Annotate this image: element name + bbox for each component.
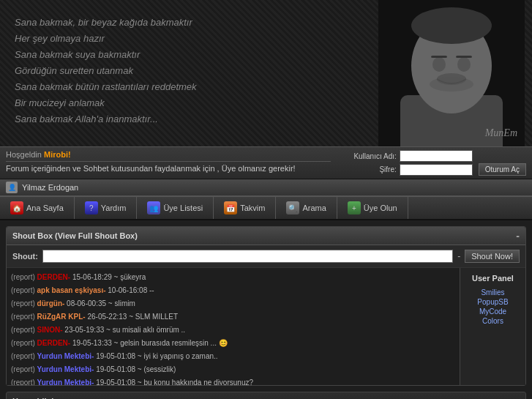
shout-messages-list[interactable]: (report) DERDEN- 15-06-18:29 ~ şükeyra(r… <box>7 268 460 385</box>
password-row: Şifre: Oturum Aç <box>345 163 526 176</box>
username-display: Yilmaz Erdogan <box>22 183 78 192</box>
username-row: Kullanıcı Adı: <box>345 150 526 162</box>
nav-icon: 👥 <box>147 201 160 215</box>
welcome-divider <box>6 161 331 162</box>
shout-username[interactable]: Yurdun Mektebi- <box>37 365 97 373</box>
shout-username[interactable]: DERDEN- <box>37 273 72 281</box>
poem-line: Sana bakmak, bir beyaz kağıda bakmaktır <box>15 15 197 31</box>
nav-label: Üye Olun <box>364 204 397 212</box>
svg-point-10 <box>430 77 473 92</box>
shout-message: (report) RüZgAR KPL- 26-05-22:13 ~ SLM M… <box>11 310 455 324</box>
shout-message: (report) SINON- 23-05-19:33 ~ su misali … <box>11 324 455 337</box>
nav-label: Arama <box>302 204 326 212</box>
password-input[interactable] <box>400 164 473 176</box>
user-row: 👤 Yilmaz Erdogan <box>0 179 532 197</box>
shout-now-button[interactable]: Shout Now! <box>465 250 520 263</box>
main-content: Shout Box (View Full Shout Box) - Shout:… <box>0 220 532 399</box>
login-button[interactable]: Oturum Aç <box>479 163 526 176</box>
user-panel: User Panel SmiliesPopupSBMyCodeColors <box>460 268 525 385</box>
poem-line: Sana bakmak bütün rastlantıları reddetme… <box>15 79 197 95</box>
nav-icon: 🏠 <box>10 201 23 215</box>
username-input[interactable] <box>400 150 473 162</box>
poem-line: Gördüğün suretten utanmak <box>15 63 197 79</box>
shoutbox-body: (report) DERDEN- 15-06-18:29 ~ şükeyra(r… <box>7 268 525 385</box>
nav-item-takvim[interactable]: 📅Takvim <box>214 197 276 219</box>
greeting-label: Hoşgeldin <box>6 150 44 159</box>
shout-username[interactable]: Yurdun Mektebi- <box>37 379 97 385</box>
signature: MunEm <box>485 127 517 139</box>
panel-link[interactable]: MyCode <box>465 307 521 316</box>
report-link[interactable]: (report) <box>11 286 37 294</box>
shout-username[interactable]: SINON- <box>37 326 65 334</box>
navigation-bar: 🏠Ana Sayfa?Yardım👥Üye Listesi📅Takvim🔍Ara… <box>0 197 532 220</box>
shout-separator: - <box>457 251 460 261</box>
nav-item-üye-listesi[interactable]: 👥Üye Listesi <box>137 197 214 219</box>
shout-username[interactable]: dürgün- <box>37 299 67 307</box>
poem-line: Her şey olmaya hazır <box>15 31 197 47</box>
shout-message: (report) Yurdun Mektebi- 19-05-01:08 ~ i… <box>11 350 455 363</box>
shout-label: Shout: <box>12 252 38 261</box>
report-link[interactable]: (report) <box>11 313 37 321</box>
header-portrait <box>378 0 525 146</box>
report-link[interactable]: (report) <box>11 352 37 360</box>
svg-point-6 <box>457 57 471 72</box>
poem-line: Sana bakmak suya bakmaktır <box>15 47 197 63</box>
svg-rect-8 <box>456 56 472 58</box>
shoutbox-container: Shout Box (View Full Shout Box) - Shout:… <box>6 226 526 386</box>
shout-message: (report) dürgün- 08-06-00:35 ~ slimim <box>11 297 455 310</box>
forum-message: Forum içeriğinden ve Sohbet kutusundan f… <box>6 164 331 173</box>
shout-message: (report) Yurdun Mektebi- 19-05-01:08 ~ (… <box>11 363 455 376</box>
header-banner: Sana bakmak, bir beyaz kağıda bakmaktırH… <box>0 0 532 146</box>
poem-line: Bir mucizeyi anlamak <box>15 95 197 111</box>
password-label: Şifre: <box>345 165 397 174</box>
shout-message: (report) Yurdun Mektebi- 19-05-01:08 ~ b… <box>11 376 455 385</box>
nav-icon: 🔍 <box>286 201 299 215</box>
nav-label: Yardım <box>101 204 127 212</box>
nav-icon: 📅 <box>224 201 237 215</box>
shout-message: (report) apk basan eşkiyası- 10-06-16:08… <box>11 284 455 297</box>
login-fields: Kullanıcı Adı: Şifre: Oturum Aç <box>345 150 526 176</box>
nav-label: Üye Listesi <box>163 204 203 212</box>
login-form: Kullanıcı Adı: Şifre: Oturum Aç <box>345 150 526 176</box>
header-poem: Sana bakmak, bir beyaz kağıda bakmaktırH… <box>15 15 197 127</box>
welcome-left: Hoşgeldin Mirobi! Forum içeriğinden ve S… <box>6 150 331 173</box>
nav-label: Ana Sayfa <box>26 204 64 212</box>
nav-icon: ? <box>85 201 98 215</box>
shout-input[interactable] <box>42 250 453 263</box>
user-icon: 👤 <box>6 182 18 193</box>
username-label: Kullanıcı Adı: <box>345 152 397 160</box>
shout-username[interactable]: Yurdun Mektebi- <box>37 352 97 360</box>
report-link[interactable]: (report) <box>11 339 37 347</box>
shout-input-row: Shout: - Shout Now! <box>7 245 525 268</box>
bottom-section: Hoşgeldiniz <box>6 392 526 399</box>
shoutbox-header: Shout Box (View Full Shout Box) - <box>7 227 525 245</box>
svg-point-4 <box>411 7 492 44</box>
shout-message: (report) DERDEN- 15-06-18:29 ~ şükeyra <box>11 271 455 284</box>
report-link[interactable]: (report) <box>11 379 37 385</box>
nav-item-ana-sayfa[interactable]: 🏠Ana Sayfa <box>0 197 75 219</box>
welcome-text: Hoşgeldin Mirobi! <box>6 150 331 159</box>
shout-username[interactable]: RüZgAR KPL- <box>37 313 88 321</box>
shout-username[interactable]: DERDEN- <box>37 339 72 347</box>
panel-link[interactable]: Smilies <box>465 288 521 297</box>
welcome-username: Mirobi! <box>44 150 71 159</box>
report-link[interactable]: (report) <box>11 365 37 373</box>
svg-point-5 <box>432 57 446 72</box>
nav-item-üye-olun[interactable]: +Üye Olun <box>337 197 408 219</box>
user-panel-title: User Panel <box>465 274 521 283</box>
shout-username[interactable]: apk basan eşkiyası- <box>37 286 108 294</box>
shoutbox-minimize-button[interactable]: - <box>516 230 520 242</box>
report-link[interactable]: (report) <box>11 326 37 334</box>
nav-icon: + <box>348 201 361 215</box>
svg-rect-7 <box>431 56 447 58</box>
shoutbox-title: Shout Box (View Full Shout Box) <box>12 231 138 240</box>
report-link[interactable]: (report) <box>11 273 37 281</box>
nav-label: Takvim <box>240 204 265 212</box>
report-link[interactable]: (report) <box>11 299 37 307</box>
nav-item-arama[interactable]: 🔍Arama <box>276 197 337 219</box>
panel-link[interactable]: PopupSB <box>465 298 521 306</box>
poem-line: Sana bakmak Allah'a inanmaktır... <box>15 111 197 127</box>
nav-item-yardım[interactable]: ?Yardım <box>75 197 138 219</box>
panel-link[interactable]: Colors <box>465 317 521 325</box>
shout-message: (report) DERDEN- 19-05-13:33 ~ gelsin bu… <box>11 337 455 350</box>
